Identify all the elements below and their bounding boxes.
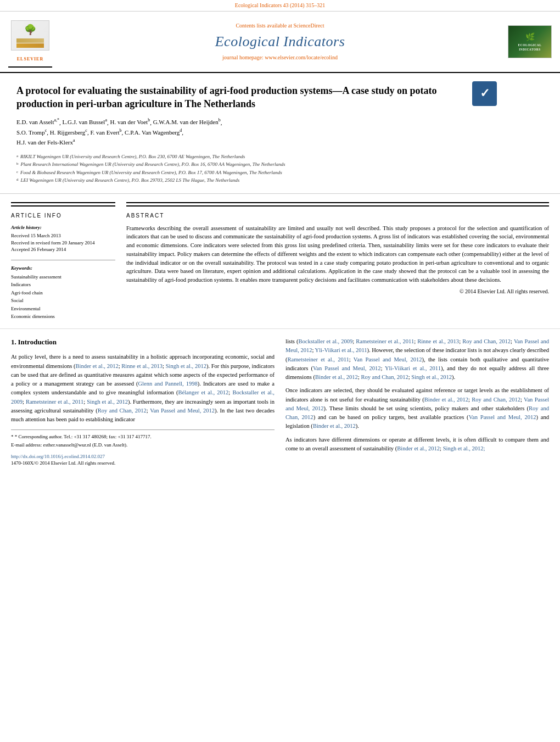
keyword-4: Social	[11, 297, 115, 304]
intro-paragraph-2: lists (Bockstaller et al., 2009; Rametst…	[285, 337, 549, 382]
ref-glenn-1998[interactable]: Glenn and Pannell, 1998	[138, 381, 198, 387]
affiliation-a: a RIKILT Wageningen UR (University and R…	[16, 153, 544, 161]
footnote-star: * * Corresponding author. Tel.: +31 317 …	[11, 433, 275, 440]
accepted-date: Accepted 26 February 2014	[11, 246, 115, 253]
article-info-header-rule	[11, 202, 115, 207]
issn-line: 1470-160X/© 2014 Elsevier Ltd. All right…	[11, 460, 275, 467]
main-content: 1. Introduction At policy level, there i…	[0, 329, 560, 475]
affiliation-d: d LEI Wageningen UR (University and Rese…	[16, 177, 544, 185]
ref-binder-2012[interactable]: Binder et al., 2012	[75, 363, 118, 369]
ref-singh-2012c[interactable]: Singh et al., 2012	[411, 374, 452, 380]
ref-yliviikari-2011b[interactable]: Yli-Viikari et al., 2011	[385, 365, 441, 371]
ref-yliviikari-2011[interactable]: Yli-Viikari et al., 2011	[315, 347, 367, 353]
author-4: G.W.A.M. van der Heijdenb	[153, 119, 221, 125]
intro-paragraph-4: As indicators have different dimensions …	[285, 436, 549, 454]
affiliation-b: b Plant Research International Wageninge…	[16, 161, 544, 169]
keyword-6: Economic dimensions	[11, 313, 115, 320]
author-3: H. van der Voetb	[110, 119, 150, 125]
affiliations: a RIKILT Wageningen UR (University and R…	[16, 153, 544, 185]
keyword-5: Environmental	[11, 305, 115, 313]
ref-roy-2012c[interactable]: Roy and Chan, 2012	[361, 374, 408, 380]
crossmark-logo: ✓	[472, 81, 497, 106]
ref-vanpassel-2012c[interactable]: Van Passel and Meul, 2012	[354, 356, 422, 362]
keyword-2: Indicators	[11, 281, 115, 288]
content-left: 1. Introduction At policy level, there i…	[11, 337, 275, 467]
ecological-indicators-logo: 🌿 ECOLOGICAL INDICATORS	[508, 25, 552, 58]
sciencedirect-name[interactable]: ScienceDirect	[293, 23, 324, 29]
author-5: S.O. Trompc	[16, 129, 47, 136]
footnote-email: E-mail address: esther.vanasselt@wur.nl …	[11, 442, 275, 449]
footnote-area: * * Corresponding author. Tel.: +31 317 …	[11, 429, 275, 448]
journal-title: Ecological Indicators	[58, 32, 502, 52]
history-label: Article history:	[11, 224, 115, 231]
ref-roy-2012[interactable]: Roy and Chan, 2012	[98, 408, 147, 414]
doi-url[interactable]: http://dx.doi.org/10.1016/j.ecolind.2014…	[11, 453, 275, 460]
abstract-header-rule	[126, 202, 549, 207]
ref-vanpassel-2012f[interactable]: Van Passel and Meul, 2012	[469, 414, 536, 420]
journal-homepage-url[interactable]: www.elsevier.com/locate/ecolind	[265, 54, 338, 60]
ref-belanger-2012[interactable]: Bélanger et al., 2012	[178, 389, 229, 395]
ref-singh-2012d[interactable]: Singh et al., 2012;	[443, 445, 485, 451]
footnote-star-symbol: *	[11, 434, 15, 439]
journal-center: Contents lists available at ScienceDirec…	[58, 22, 502, 62]
keywords-section: Keywords: Sustainability assessment Indi…	[11, 265, 115, 320]
ref-rametsteiner-2011[interactable]: Rametsteiner et al., 2011	[26, 399, 83, 405]
journal-header: 🌳 ELSEVIER Contents lists available at S…	[0, 12, 560, 73]
intro-paragraph-1: At policy level, there is a need to asse…	[11, 353, 275, 424]
abstract-copyright: © 2014 Elsevier Ltd. All rights reserved…	[126, 288, 549, 295]
author-1: E.D. van Asselta,*	[16, 119, 59, 125]
article-title: A protocol for evaluating the sustainabi…	[16, 84, 467, 111]
ref-rinne-2013[interactable]: Rinne et al., 2013	[121, 363, 163, 369]
globe-icon: 🌿	[525, 32, 535, 43]
affiliation-c: c Food & Biobased Research Wageningen UR…	[16, 169, 544, 177]
author-7: F. van Evertb	[90, 129, 121, 136]
divider	[11, 260, 115, 260]
keywords-label: Keywords:	[11, 265, 115, 272]
ref-vanpassel-2012d[interactable]: Van Passel and Meul, 2012	[313, 365, 381, 371]
revised-date: Received in revised form 20 January 2014	[11, 239, 115, 247]
intro-paragraph-3: Once indicators are selected, they shoul…	[285, 386, 549, 431]
article-header: A protocol for evaluating the sustainabi…	[0, 73, 560, 193]
ref-bockstaller-2009b[interactable]: Bockstaller et al., 2009	[299, 338, 353, 344]
article-history: Article history: Received 15 March 2013 …	[11, 224, 115, 253]
ref-singh-2012b[interactable]: Singh et al., 2012	[87, 399, 128, 405]
abstract-header: ABSTRACT	[126, 212, 549, 220]
ref-binder-2012e[interactable]: Binder et al., 2012	[397, 445, 440, 451]
ref-roy-2012d[interactable]: Roy and Chan, 2012	[472, 397, 520, 403]
top-bar: Ecological Indicators 43 (2014) 315–321	[0, 0, 560, 12]
elsevier-tree-icon: 🌳	[24, 23, 36, 37]
ref-rinne-2013b[interactable]: Rinne et al., 2013	[417, 338, 459, 344]
article-info-header: ARTICLE INFO	[11, 212, 115, 220]
info-abstract-section: ARTICLE INFO Article history: Received 1…	[0, 194, 560, 330]
received-date: Received 15 March 2013	[11, 232, 115, 239]
ref-singh-2012[interactable]: Singh et al., 2012	[166, 363, 206, 369]
ref-binder-2012b[interactable]: Binder et al., 2012	[315, 374, 358, 380]
journal-reference: Ecological Indicators 43 (2014) 315–321	[235, 2, 325, 8]
sciencedirect-link: Contents lists available at ScienceDirec…	[58, 22, 502, 30]
content-right: lists (Bockstaller et al., 2009; Rametst…	[285, 337, 549, 467]
doi-area: http://dx.doi.org/10.1016/j.ecolind.2014…	[11, 453, 275, 467]
abstract-text: Frameworks describing the overall assess…	[126, 224, 549, 284]
abstract-column: ABSTRACT Frameworks describing the overa…	[126, 202, 549, 321]
author-6: H. Rijgersbergc	[50, 129, 87, 136]
ref-rametsteiner-2011c[interactable]: Rametsteiner et al., 2011	[288, 356, 349, 362]
keyword-1: Sustainability assessment	[11, 274, 115, 281]
ref-vanpassel-2012[interactable]: Van Passel and Meul, 2012	[150, 408, 215, 414]
ref-roy-2012b[interactable]: Roy and Chan, 2012	[462, 338, 511, 344]
elsevier-wordmark: ELSEVIER	[17, 56, 43, 62]
ref-binder-2012d[interactable]: Binder et al., 2012	[313, 423, 356, 429]
ref-rametsteiner-2011b[interactable]: Rametsteiner et al., 2011	[356, 338, 414, 344]
authors: E.D. van Asselta,*, L.G.J. van Bussela, …	[16, 118, 544, 148]
keyword-3: Agri-food chain	[11, 289, 115, 297]
section-1-number: 1.	[11, 338, 16, 346]
elsevier-logo: 🌳 ELSEVIER	[8, 16, 52, 68]
author-9: H.J. van der Fels-Klerxa	[16, 139, 75, 146]
author-8: C.P.A. Van Wagenbergd	[125, 129, 182, 136]
article-info-column: ARTICLE INFO Article history: Received 1…	[11, 202, 115, 321]
ref-binder-2012c[interactable]: Binder et al., 2012	[424, 397, 468, 403]
author-2: L.G.J. van Bussela	[63, 119, 107, 125]
section-1-title: Introduction	[18, 338, 57, 346]
journal-homepage: journal homepage: www.elsevier.com/locat…	[58, 54, 502, 62]
